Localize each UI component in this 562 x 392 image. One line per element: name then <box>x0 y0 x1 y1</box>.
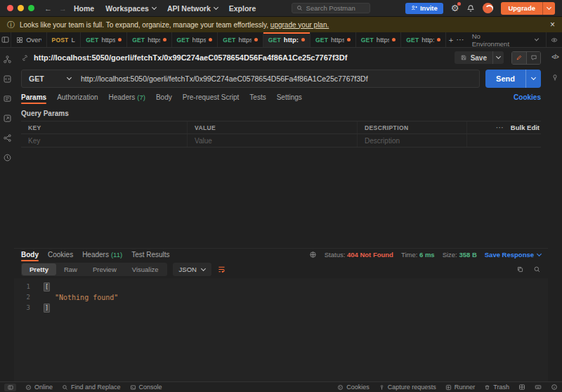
minimize-window-icon[interactable] <box>18 5 24 11</box>
find-and-replace-button[interactable]: Find and Replace <box>62 384 121 391</box>
cookies-link[interactable]: Cookies <box>514 93 541 101</box>
tab-authorization[interactable]: Authorization <box>57 90 98 104</box>
team-full-banner: ⓘ Looks like your team is full. To expan… <box>0 17 562 32</box>
search-placeholder: Search Postman <box>306 4 355 12</box>
forward-icon[interactable]: → <box>59 4 67 13</box>
tab-label: https://poly <box>192 36 207 44</box>
back-icon[interactable]: ← <box>44 4 52 13</box>
value-input[interactable]: Value <box>187 134 357 147</box>
tab-request[interactable]: GEThttps://pon <box>311 32 356 47</box>
trash-button[interactable]: Trash <box>484 384 509 391</box>
edit-pencil-icon[interactable] <box>512 52 526 64</box>
url-value[interactable]: http://localhost:5050/goerli/fetchTx/0x9… <box>78 74 371 83</box>
bracket-token: ] <box>44 303 50 313</box>
help-icon[interactable] <box>551 384 558 391</box>
environments-icon[interactable] <box>3 94 12 103</box>
view-pretty[interactable]: Pretty <box>22 263 56 275</box>
tab-response-headers[interactable]: Headers(11) <box>82 249 122 261</box>
wrap-text-icon[interactable] <box>217 265 226 274</box>
user-avatar[interactable] <box>483 3 493 13</box>
upgrade-chevron[interactable] <box>542 2 555 15</box>
view-raw[interactable]: Raw <box>56 263 85 275</box>
tab-login[interactable]: POST Login <box>47 32 81 47</box>
new-tab-button[interactable]: + <box>446 32 455 47</box>
console-button[interactable]: Console <box>130 384 162 391</box>
close-banner-icon[interactable]: × <box>550 20 555 30</box>
search-input[interactable]: Search Postman <box>292 3 370 13</box>
tab-body[interactable]: Body <box>156 90 172 104</box>
save-button[interactable]: Save <box>455 51 504 64</box>
tab-settings[interactable]: Settings <box>277 90 302 104</box>
tab-options-icon[interactable]: ⋯ <box>455 32 464 47</box>
apis-icon[interactable] <box>3 74 12 84</box>
tab-request[interactable]: GEThttps://outl <box>218 32 263 47</box>
save-response-button[interactable]: Save Response <box>485 251 541 259</box>
method-selector[interactable]: GET <box>22 74 78 83</box>
tab-overview[interactable]: Overview <box>11 32 46 47</box>
tab-request[interactable]: GEThttp://local <box>401 32 446 47</box>
headers-count: (7) <box>137 93 145 101</box>
lightbulb-icon[interactable] <box>551 73 559 81</box>
request-title: http://localhost:5050/goerli/fetchTx/0x9… <box>34 53 450 62</box>
settings-gear-icon[interactable]: ⚙ <box>451 4 459 13</box>
tab-prerequest-script[interactable]: Pre-request Script <box>183 90 240 104</box>
format-value: JSON <box>179 266 197 273</box>
code-line: 1 [ <box>14 282 548 292</box>
environment-selector[interactable]: No Environment <box>465 32 546 48</box>
line-number: 2 <box>14 294 37 301</box>
runner-button[interactable]: Runner <box>445 384 476 391</box>
environment-quick-look-icon[interactable] <box>546 32 562 47</box>
description-input[interactable]: Description <box>357 134 466 147</box>
search-response-icon[interactable] <box>533 266 541 273</box>
history-icon[interactable] <box>3 153 12 162</box>
notifications-bell-icon[interactable] <box>466 4 475 13</box>
tab-request[interactable]: GEThttps://poly <box>81 32 127 47</box>
bulk-edit-button[interactable]: Bulk Edit <box>511 124 540 131</box>
more-options-icon[interactable]: ⋯ <box>496 123 504 132</box>
nav-explore[interactable]: Explore <box>229 4 256 13</box>
tab-params[interactable]: Params <box>21 90 46 104</box>
globe-icon[interactable] <box>309 251 317 259</box>
nav-workspaces[interactable]: Workspaces <box>105 4 156 13</box>
sidebar-toggle-icon[interactable] <box>4 384 16 391</box>
upgrade-plan-link[interactable]: upgrade your plan. <box>270 21 329 29</box>
collections-icon[interactable] <box>3 55 12 64</box>
url-input[interactable]: GET http://localhost:5050/goerli/fetchTx… <box>21 70 480 88</box>
upgrade-button[interactable]: Upgrade <box>501 2 555 15</box>
tab-request[interactable]: GEThttps://poly <box>172 32 218 47</box>
nav-home[interactable]: Home <box>74 4 94 13</box>
monitors-icon[interactable] <box>3 133 12 143</box>
cookies-button[interactable]: Cookies <box>337 384 370 391</box>
view-visualize[interactable]: Visualize <box>124 263 166 275</box>
tab-request-active[interactable]: GEThttp://local <box>263 32 311 47</box>
copy-icon[interactable] <box>516 266 524 273</box>
tab-headers[interactable]: Headers(7) <box>109 90 145 104</box>
send-options-chevron[interactable] <box>525 70 541 88</box>
tab-response-body[interactable]: Body <box>21 249 39 261</box>
mock-servers-icon[interactable] <box>3 114 12 123</box>
capture-requests-button[interactable]: Capture requests <box>379 384 436 391</box>
window-controls[interactable] <box>7 5 34 11</box>
sidebar-toggle-icon[interactable] <box>0 32 11 47</box>
key-input[interactable]: Key <box>21 137 187 145</box>
close-window-icon[interactable] <box>7 5 13 11</box>
tab-request[interactable]: GEThttps://api. <box>356 32 401 47</box>
nav-api-network[interactable]: API Network <box>167 4 218 13</box>
invite-button[interactable]: Invite <box>405 3 443 14</box>
save-options-chevron[interactable] <box>492 51 504 64</box>
tab-tests[interactable]: Tests <box>249 90 266 104</box>
maximize-window-icon[interactable] <box>28 5 34 11</box>
tab-response-cookies[interactable]: Cookies <box>48 249 73 261</box>
view-preview[interactable]: Preview <box>85 263 124 275</box>
split-panes-icon[interactable] <box>518 384 525 391</box>
code-snippet-icon[interactable]: </> <box>551 53 558 60</box>
online-status[interactable]: Online <box>25 384 53 391</box>
send-button[interactable]: Send <box>485 70 541 88</box>
tab-request[interactable]: GEThttps://nft- <box>127 32 171 47</box>
format-selector[interactable]: JSON <box>173 263 211 276</box>
keyboard-shortcuts-icon[interactable] <box>535 384 542 391</box>
response-body-editor[interactable]: 1 [ 2 "Nothing found" 3 ] <box>14 278 548 382</box>
tab-test-results[interactable]: Test Results <box>131 249 169 261</box>
comment-icon[interactable] <box>526 52 540 64</box>
chevron-down-icon <box>152 4 157 9</box>
